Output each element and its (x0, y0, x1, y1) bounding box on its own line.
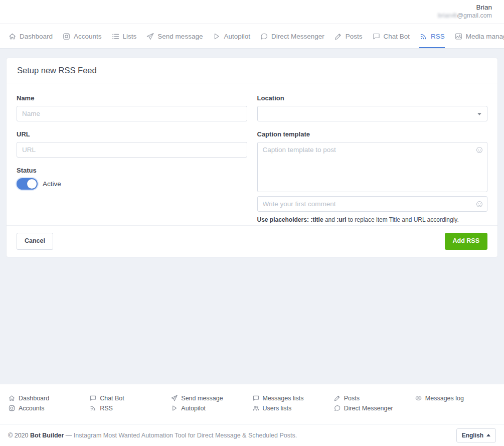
tab-label: Autopilot (224, 33, 250, 40)
user-email-domain: @gmail.com (457, 12, 492, 19)
caption-wrap (257, 142, 488, 192)
list-icon (111, 32, 120, 41)
tab-label: Posts (346, 33, 363, 40)
footer-link-label: RSS (100, 405, 113, 412)
tab-label: Send message (157, 33, 203, 40)
footer-link-label: Messages lists (263, 395, 304, 402)
copyright-text: © 2020 Bot Builder — Instagram Most Want… (8, 432, 297, 439)
tab-lists[interactable]: Lists (111, 24, 137, 48)
chat-bubble-icon (333, 404, 341, 412)
url-input[interactable] (17, 142, 247, 158)
hint-suffix: to replace item Title and URL accordingl… (348, 216, 459, 223)
tab-dashboard[interactable]: Dashboard (8, 24, 53, 48)
paper-plane-icon (171, 394, 178, 402)
hint-token-title: :title (310, 216, 323, 223)
footer-column: Posts Direct Messenger (333, 394, 415, 412)
footer-link-send-message[interactable]: Send message (171, 394, 252, 402)
pencil-icon (334, 32, 343, 41)
tab-label: Media manager (466, 33, 504, 40)
rss-setup-card: Setup new RSS Feed Name URL Status (6, 58, 498, 257)
tab-label: Chat Bot (384, 33, 410, 40)
emoji-icon[interactable] (475, 200, 483, 208)
language-selector[interactable]: English (456, 428, 496, 442)
footer-column: Chat Bot RSS (89, 394, 171, 412)
add-rss-button[interactable]: Add RSS (445, 233, 487, 250)
footer-link-posts[interactable]: Posts (333, 394, 415, 402)
first-comment-input[interactable] (257, 196, 488, 212)
name-label: Name (17, 94, 247, 102)
tab-media-manager[interactable]: Media manager (454, 24, 504, 48)
location-select[interactable] (257, 106, 488, 121)
footer-link-accounts[interactable]: Accounts (8, 404, 89, 412)
chat-square-icon (372, 32, 381, 41)
footer-link-label: Posts (344, 395, 360, 402)
user-name: Brian (438, 4, 492, 12)
copyright-separator: — (66, 432, 72, 439)
instagram-icon (62, 32, 71, 41)
emoji-icon[interactable] (475, 146, 483, 154)
name-field: Name (17, 94, 247, 121)
chevron-up-icon (486, 434, 490, 436)
chat-square-icon (252, 394, 260, 402)
tab-label: Lists (123, 33, 137, 40)
tab-direct-messenger[interactable]: Direct Messenger (260, 24, 324, 48)
play-icon (171, 404, 178, 412)
footer-link-dashboard[interactable]: Dashboard (8, 394, 89, 402)
toggle-knob (27, 179, 37, 189)
tab-accounts[interactable]: Accounts (62, 24, 102, 48)
home-icon (8, 32, 17, 41)
eye-icon (415, 394, 422, 402)
form-right-column: Location Caption template (257, 94, 488, 223)
copyright-year: © 2020 (8, 432, 29, 439)
name-input[interactable] (17, 106, 247, 121)
brand-name: Bot Builder (30, 432, 64, 439)
footer-column: Dashboard Accounts (8, 394, 89, 412)
caption-textarea[interactable] (257, 142, 488, 192)
comment-wrap (257, 196, 488, 212)
footer-column: Messages log (415, 394, 496, 412)
tab-chat-bot[interactable]: Chat Bot (372, 24, 410, 48)
footer-links: Dashboard Accounts Chat Bot RSS Send mes… (0, 384, 504, 424)
tab-send-message[interactable]: Send message (146, 24, 203, 48)
footer-link-messages-lists[interactable]: Messages lists (252, 394, 333, 402)
tab-autopilot[interactable]: Autopilot (212, 24, 250, 48)
user-menu[interactable]: Brian brian4t@gmail.com (438, 4, 492, 20)
status-toggle[interactable] (17, 178, 38, 190)
page-content: Setup new RSS Feed Name URL Status (0, 49, 504, 384)
status-row: Active (17, 178, 247, 190)
main-nav: Dashboard Accounts Lists Send message Au… (0, 24, 504, 49)
footer-link-label: Send message (181, 395, 223, 402)
url-label: URL (17, 130, 247, 138)
tab-rss[interactable]: RSS (419, 24, 445, 48)
paper-plane-icon (146, 32, 154, 41)
location-field: Location (257, 94, 488, 121)
home-icon (8, 394, 16, 402)
footer-link-label: Autopilot (181, 405, 206, 412)
location-label: Location (257, 94, 488, 102)
status-label: Status (17, 167, 247, 174)
tab-label: Dashboard (20, 33, 53, 40)
footer-link-label: Messages log (425, 395, 464, 402)
footer-column: Send message Autopilot (171, 394, 252, 412)
hint-token-url: :url (337, 216, 346, 223)
rss-icon (419, 32, 428, 41)
cancel-button[interactable]: Cancel (17, 233, 53, 250)
tab-label: Direct Messenger (271, 33, 324, 40)
tab-posts[interactable]: Posts (334, 24, 363, 48)
chat-bubble-icon (260, 32, 268, 41)
footer-link-rss[interactable]: RSS (89, 404, 171, 412)
form-left-column: Name URL Status Active (17, 94, 247, 223)
footer-link-users-lists[interactable]: Users lists (252, 404, 333, 412)
footer-link-autopilot[interactable]: Autopilot (171, 404, 252, 412)
footer-link-chat-bot[interactable]: Chat Bot (89, 394, 171, 402)
rss-icon (89, 404, 97, 412)
footer-link-messages-log[interactable]: Messages log (415, 394, 496, 402)
caption-label: Caption template (257, 130, 488, 138)
footer-link-direct-messenger[interactable]: Direct Messenger (333, 404, 415, 412)
hint-prefix: Use placeholders: (257, 216, 309, 223)
chevron-down-icon (477, 113, 481, 115)
play-icon (212, 32, 221, 41)
top-bar: Brian brian4t@gmail.com (0, 0, 504, 24)
tab-label: Accounts (74, 33, 102, 40)
status-field: Status Active (17, 167, 247, 190)
